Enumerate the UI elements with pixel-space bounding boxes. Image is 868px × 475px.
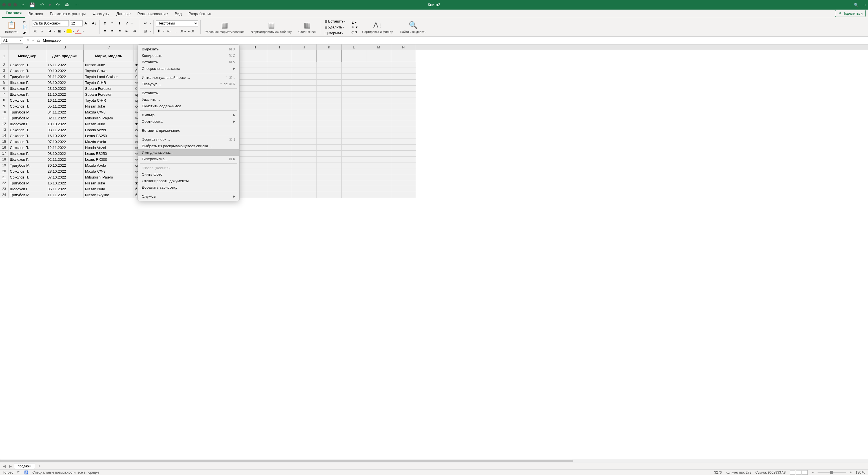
cell[interactable] [342,50,366,62]
align-left-icon[interactable]: ≡ [102,28,108,34]
format-table-icon[interactable]: ▦ [268,21,275,30]
cm-paste-special[interactable]: Специальная вставка▶ [138,65,239,72]
cell[interactable] [391,109,416,115]
cm-thesaurus[interactable]: Тезаурус…⌃ ⌥ ⌘ R [138,81,239,87]
wrap-text-icon[interactable]: ↩ [142,20,149,27]
save-icon[interactable]: 💾 [29,2,35,8]
cell[interactable]: 10.10.2022 [46,121,84,127]
cell[interactable] [317,145,342,150]
cell[interactable] [342,174,366,180]
tab-view[interactable]: Вид [172,10,185,18]
cell[interactable]: Lexus ES250 [84,133,134,139]
border-icon[interactable]: ⊞ [57,28,63,34]
cell[interactable] [267,80,292,86]
fx-icon[interactable]: fx [37,38,40,42]
cell[interactable] [267,168,292,174]
confirm-icon[interactable]: ✓ [32,38,35,42]
cell[interactable] [267,186,292,192]
cell[interactable] [267,139,292,145]
spreadsheet-grid[interactable]: A B C D E F G H I J K L M N 1МенеджерДат… [0,44,868,459]
cell[interactable]: Lexus RX300 [84,157,134,163]
row-header[interactable]: 7 [0,92,8,97]
sheet-next-icon[interactable]: ▶ [8,464,13,468]
cell[interactable] [366,139,391,145]
cell[interactable]: Nissan Juke [84,103,134,109]
cell[interactable] [292,121,317,127]
find-select-icon[interactable]: 🔍 [409,21,417,30]
row-header[interactable]: 3 [0,68,8,74]
cell[interactable] [366,80,391,86]
cell[interactable] [366,50,391,62]
cell[interactable]: Mazda CX-3 [84,109,134,115]
cell[interactable] [366,180,391,186]
cell[interactable] [391,103,416,109]
cell[interactable] [391,62,416,68]
cm-sort[interactable]: Сортировка▶ [138,118,239,125]
cell[interactable] [366,168,391,174]
cell[interactable]: 02.11.2022 [46,157,84,163]
cell[interactable] [267,157,292,163]
format-painter-icon[interactable]: 🖌 [23,30,27,35]
cell[interactable] [391,68,416,74]
horizontal-scrollbar[interactable] [0,459,868,463]
cell[interactable]: Соколов П. [8,68,46,74]
font-color-icon[interactable]: А [75,28,82,34]
cell[interactable] [242,80,267,86]
cell[interactable] [342,139,366,145]
cell[interactable] [242,163,267,168]
cell[interactable]: Mitsubishi Pajero [84,174,134,180]
cell[interactable]: Тригубов М. [8,74,46,80]
cell[interactable] [267,115,292,121]
cm-smart-lookup[interactable]: Интеллектуальный поиск…⌃ ⌘ L [138,74,239,81]
row-header[interactable]: 5 [0,80,8,86]
col-header[interactable]: I [267,44,292,50]
zoom-out-icon[interactable]: − [812,471,814,474]
cell[interactable]: Toyota Crown [84,68,134,74]
cell[interactable] [391,121,416,127]
cell[interactable]: Шолохов Г. [8,80,46,86]
cell[interactable] [391,50,416,62]
row-header[interactable]: 4 [0,74,8,80]
cell[interactable] [317,80,342,86]
cell[interactable] [317,150,342,157]
cell[interactable] [292,62,317,68]
tab-layout[interactable]: Разметка страницы [46,10,89,18]
cm-dropdown-list[interactable]: Выбрать из раскрывающегося списка… [138,143,239,149]
cell[interactable] [317,133,342,139]
close-icon[interactable] [2,3,6,6]
cut-icon[interactable]: ✂ [23,20,27,24]
row-header[interactable]: 9 [0,103,8,109]
tab-developer[interactable]: Разработчик [185,10,215,18]
cell[interactable]: Mazda Axela [84,163,134,168]
cell[interactable] [366,109,391,115]
cell[interactable] [391,86,416,92]
align-center-icon[interactable]: ≡ [110,28,116,34]
cell[interactable]: 28.10.2022 [46,168,84,174]
cell[interactable]: Mazda Axela [84,139,134,145]
cell[interactable]: Соколов П. [8,168,46,174]
cell[interactable] [342,163,366,168]
merge-icon[interactable]: ⊟ [142,28,149,34]
cell[interactable] [292,133,317,139]
bold-button[interactable]: Ж [32,28,38,34]
undo-icon[interactable]: ↶ [40,2,44,8]
cell[interactable] [267,145,292,150]
cell[interactable] [342,92,366,97]
cell[interactable] [292,180,317,186]
cell[interactable] [242,86,267,92]
indent-inc-icon[interactable]: ⇥ [131,28,137,34]
cell[interactable] [267,74,292,80]
zoom-in-icon[interactable]: + [850,471,851,474]
cell[interactable] [292,174,317,180]
view-layout-icon[interactable] [796,470,802,475]
cm-copy[interactable]: Копировать⌘ C [138,53,239,59]
cell[interactable] [391,157,416,163]
cell[interactable] [317,92,342,97]
row-header[interactable]: 14 [0,133,8,139]
cm-delete[interactable]: Удалить… [138,96,239,103]
cell[interactable] [292,115,317,121]
cell[interactable]: Honda Vezel [84,145,134,150]
cell[interactable] [242,109,267,115]
col-header[interactable]: K [317,44,342,50]
cell[interactable] [391,180,416,186]
